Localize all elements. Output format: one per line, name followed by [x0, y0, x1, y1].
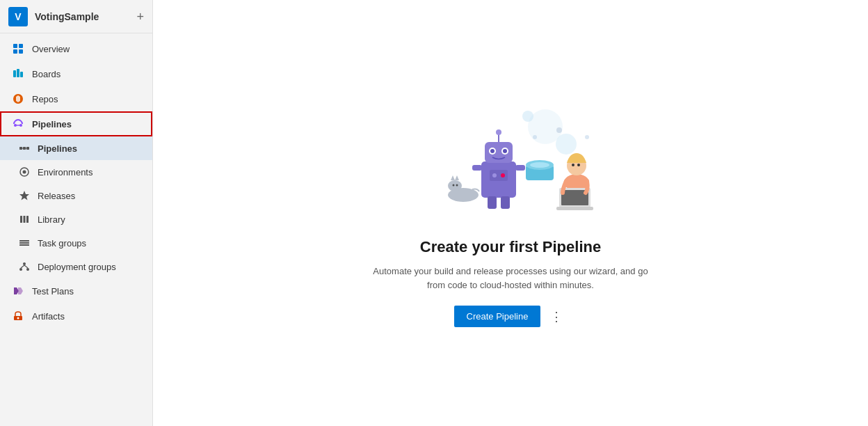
svg-rect-48: [472, 165, 482, 171]
test-plans-label: Test Plans: [32, 286, 74, 297]
svg-rect-20: [26, 216, 29, 223]
sidebar-item-pipelines-parent[interactable]: Pipelines: [0, 111, 152, 136]
svg-marker-36: [451, 175, 455, 180]
environments-icon: [18, 166, 31, 178]
create-pipeline-description: Automate your build and release processe…: [364, 265, 657, 292]
sidebar-item-repos[interactable]: Repos: [0, 86, 152, 111]
svg-rect-49: [515, 165, 525, 171]
svg-point-54: [501, 173, 505, 178]
svg-rect-13: [26, 147, 29, 150]
svg-point-66: [533, 135, 537, 139]
svg-rect-52: [490, 170, 508, 181]
boards-icon: [11, 67, 25, 81]
svg-line-27: [21, 265, 24, 268]
svg-rect-21: [19, 240, 29, 242]
svg-rect-12: [23, 147, 26, 150]
artifacts-icon: [11, 309, 25, 323]
deployment-groups-icon: [18, 260, 31, 273]
svg-rect-65: [556, 207, 593, 210]
pipelines-parent-icon: [11, 117, 25, 131]
pipelines-sub-icon: [18, 142, 31, 155]
svg-point-44: [490, 149, 495, 153]
sidebar-item-artifacts[interactable]: Artifacts: [0, 303, 152, 329]
svg-rect-19: [24, 216, 26, 223]
overview-icon: [11, 42, 25, 56]
svg-rect-3: [19, 49, 23, 54]
main-content: Create your first Pipeline Automate your…: [153, 0, 868, 426]
overview-label: Overview: [32, 44, 70, 54]
svg-point-38: [453, 184, 455, 187]
svg-point-62: [577, 164, 580, 166]
svg-rect-51: [501, 196, 510, 209]
pipelines-parent-label: Pipelines: [32, 119, 72, 129]
sidebar-item-overview[interactable]: Overview: [0, 36, 152, 61]
repos-icon: [11, 92, 25, 106]
svg-rect-4: [13, 70, 16, 77]
svg-point-61: [572, 164, 574, 166]
svg-rect-18: [20, 216, 22, 223]
more-options-button[interactable]: ⋮: [546, 308, 567, 326]
svg-rect-5: [17, 69, 19, 77]
releases-icon: [18, 189, 31, 202]
svg-rect-22: [19, 242, 29, 244]
svg-rect-2: [13, 49, 17, 54]
sidebar-sub-item-pipelines[interactable]: Pipelines: [0, 136, 152, 160]
svg-rect-23: [19, 244, 29, 246]
svg-marker-37: [455, 175, 459, 180]
project-avatar: V: [8, 7, 28, 26]
sidebar: V VotingSample + Overview: [0, 0, 153, 426]
artifacts-label: Artifacts: [32, 311, 65, 322]
svg-point-26: [26, 268, 29, 271]
sidebar-header: V VotingSample +: [0, 0, 152, 33]
environments-label: Environments: [38, 167, 93, 178]
svg-point-68: [585, 135, 589, 139]
task-groups-icon: [18, 237, 31, 249]
repos-label: Repos: [32, 94, 58, 104]
sidebar-nav: Overview Boards Repos: [0, 33, 152, 426]
releases-label: Releases: [38, 191, 75, 201]
svg-point-53: [492, 173, 497, 178]
svg-point-45: [503, 149, 507, 153]
sidebar-sub-item-task-groups[interactable]: Task groups: [0, 231, 152, 255]
library-icon: [18, 213, 31, 226]
svg-line-28: [24, 265, 28, 268]
svg-point-17: [23, 171, 26, 174]
add-project-button[interactable]: +: [136, 10, 144, 23]
svg-point-24: [23, 262, 26, 265]
svg-point-32: [556, 134, 577, 155]
sidebar-item-test-plans[interactable]: Test Plans: [0, 278, 152, 303]
svg-point-33: [522, 111, 533, 122]
svg-point-67: [556, 127, 562, 133]
svg-rect-1: [19, 44, 23, 48]
svg-point-39: [456, 184, 458, 187]
create-pipeline-button[interactable]: Create Pipeline: [454, 306, 541, 327]
svg-point-30: [17, 317, 19, 320]
sidebar-sub-item-releases[interactable]: Releases: [0, 184, 152, 207]
svg-rect-41: [485, 142, 513, 163]
sidebar-sub-item-environments[interactable]: Environments: [0, 160, 152, 184]
create-pipeline-section: Create your first Pipeline Automate your…: [364, 99, 657, 327]
svg-point-35: [448, 180, 462, 191]
sidebar-item-boards[interactable]: Boards: [0, 61, 152, 86]
project-name: VotingSample: [35, 11, 136, 22]
svg-point-47: [496, 129, 501, 135]
test-plans-icon: [11, 284, 25, 298]
task-groups-label: Task groups: [38, 238, 86, 248]
create-pipeline-actions: Create Pipeline ⋮: [454, 306, 568, 327]
svg-rect-0: [13, 44, 17, 48]
svg-rect-6: [20, 72, 23, 77]
svg-point-25: [19, 268, 22, 271]
pipeline-illustration: [420, 99, 601, 224]
svg-point-58: [530, 162, 549, 168]
svg-rect-11: [19, 147, 22, 150]
svg-rect-50: [488, 196, 497, 209]
boards-label: Boards: [32, 69, 61, 79]
sidebar-sub-item-library[interactable]: Library: [0, 207, 152, 231]
create-pipeline-title: Create your first Pipeline: [420, 238, 601, 256]
sidebar-sub-item-deployment-groups[interactable]: Deployment groups: [0, 255, 152, 278]
pipelines-sub-label: Pipelines: [38, 143, 77, 154]
deployment-groups-label: Deployment groups: [38, 262, 116, 272]
library-label: Library: [38, 214, 65, 225]
